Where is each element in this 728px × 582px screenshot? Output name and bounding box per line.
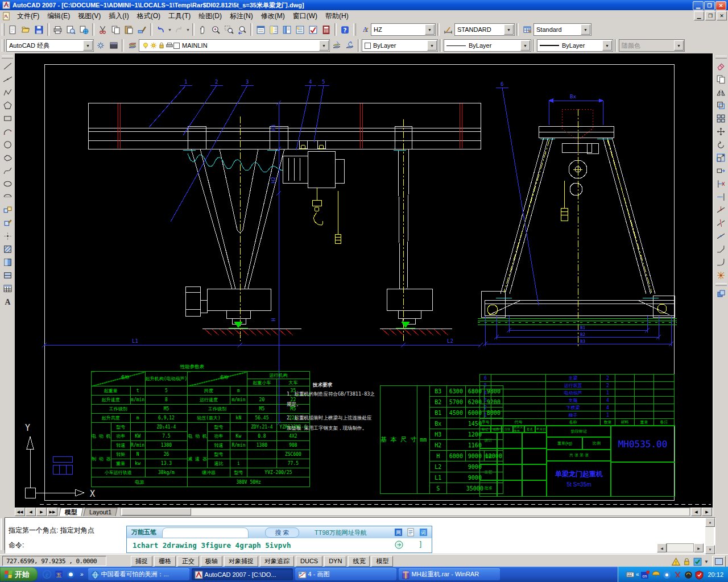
coordinates-readout[interactable]: 727.6599, 97.9235 , 0.0000: [2, 556, 106, 566]
explode-button[interactable]: [714, 269, 727, 282]
redo-button[interactable]: [172, 23, 185, 36]
spline-button[interactable]: [1, 164, 14, 177]
dropdown-arrow-icon[interactable]: ▼: [83, 40, 93, 51]
trim-button[interactable]: [714, 177, 727, 190]
ime-search-button[interactable]: 搜 索: [265, 527, 299, 538]
rotate-button[interactable]: [714, 138, 727, 151]
designcenter-button[interactable]: [267, 23, 280, 36]
doc-restore-button[interactable]: ❐: [705, 11, 715, 20]
arc-button[interactable]: [1, 125, 14, 138]
toolbar-lock-icon[interactable]: [682, 557, 692, 567]
toolbar-grip[interactable]: [715, 283, 727, 286]
workspace-settings-button[interactable]: [94, 39, 107, 52]
layer-properties-button[interactable]: [126, 39, 139, 52]
ime-nav-link[interactable]: TT98万能网址导航: [315, 529, 367, 537]
menu-edit[interactable]: 编辑(E): [43, 10, 74, 22]
break-button[interactable]: [714, 217, 727, 230]
dropdown-arrow-icon[interactable]: ▼: [319, 40, 329, 51]
scroll-up-icon[interactable]: ▲: [705, 518, 715, 527]
polyline-button[interactable]: [1, 86, 14, 99]
prev-tab-button[interactable]: ◀: [26, 508, 36, 516]
circle-button[interactable]: [1, 138, 14, 151]
ime-dict-icon[interactable]: 词: [419, 528, 428, 537]
chamfer-button[interactable]: [714, 243, 727, 256]
undo-button[interactable]: [154, 23, 167, 36]
offset-button[interactable]: [714, 99, 727, 112]
clock[interactable]: 20:12: [708, 571, 723, 578]
polygon-button[interactable]: [1, 99, 14, 112]
restore-button[interactable]: ❐: [704, 1, 715, 10]
dropdown-arrow-icon[interactable]: ▼: [427, 40, 437, 51]
publish-button[interactable]: [77, 23, 90, 36]
toolbar-grip[interactable]: [2, 39, 5, 52]
dim-style-button[interactable]: [441, 23, 454, 36]
scale-button[interactable]: [714, 151, 727, 164]
markup-button[interactable]: [307, 23, 320, 36]
multiline-text-button[interactable]: A: [1, 295, 14, 308]
status-toggle-snap[interactable]: 捕捉: [131, 556, 152, 567]
menu-help[interactable]: 帮助(H): [321, 10, 353, 22]
wubi-input-button[interactable]: 五: [54, 569, 64, 580]
clean-screen-button[interactable]: [712, 556, 726, 567]
tray-ime-cn-icon[interactable]: cn: [640, 570, 650, 579]
plot-preview-button[interactable]: [64, 23, 77, 36]
tab-model[interactable]: 模型: [59, 508, 83, 516]
internet-explorer-button[interactable]: e: [42, 569, 52, 580]
open-button[interactable]: [19, 23, 32, 36]
menu-file[interactable]: 文件(F): [13, 10, 43, 22]
text-style-button[interactable]: A: [358, 23, 371, 36]
scroll-down-icon[interactable]: ▼: [705, 545, 715, 554]
menu-view[interactable]: 视图(V): [74, 10, 105, 22]
ime-candidates[interactable]: 1chart 2drawing 3figure 4graph 5ivpvh: [133, 541, 291, 550]
drawing-area[interactable]: YX: [15, 53, 713, 508]
status-toggle-ducs[interactable]: DUCS: [296, 556, 322, 567]
status-toggle-ortho[interactable]: 正交: [177, 556, 199, 567]
zoom-realtime-button[interactable]: [209, 23, 222, 36]
tool-palettes-button[interactable]: [280, 23, 293, 36]
pan-button[interactable]: [196, 23, 209, 36]
move-button[interactable]: [714, 125, 727, 138]
status-check-icon[interactable]: [693, 557, 702, 567]
status-toggle-grid[interactable]: 栅格: [154, 556, 176, 567]
dropdown-arrow-icon[interactable]: ▼: [504, 24, 514, 35]
title-bar[interactable]: AutoCAD 2007 - [C:\DOCUME~1\ADMINI~1\LOC…: [0, 0, 728, 10]
erase-button[interactable]: [714, 60, 727, 73]
make-block-button[interactable]: [1, 217, 14, 230]
minimize-button[interactable]: ▁: [693, 1, 704, 10]
layer-select[interactable]: MAINLIN▼: [139, 39, 330, 52]
status-toggle-otrack[interactable]: 对象追踪: [260, 556, 294, 567]
ime-web-icon[interactable]: 网: [394, 528, 403, 537]
save-button[interactable]: [32, 23, 46, 36]
scrollbar-thumb[interactable]: [122, 508, 191, 516]
toolbar-grip[interactable]: [2, 23, 5, 36]
point-button[interactable]: [1, 230, 14, 243]
zoom-window-button[interactable]: [222, 23, 235, 36]
table-style-select[interactable]: Standard▼: [533, 23, 592, 36]
menu-draw[interactable]: 绘图(D): [195, 10, 226, 22]
copy-object-button[interactable]: [714, 73, 727, 86]
ellipse-button[interactable]: [1, 177, 14, 190]
menu-insert[interactable]: 插入(I): [105, 10, 133, 22]
rectangle-button[interactable]: [1, 112, 14, 125]
command-vscrollbar[interactable]: ▲ ▼: [705, 518, 714, 552]
text-style-select[interactable]: HZ▼: [371, 23, 436, 36]
hatch-button[interactable]: [1, 243, 14, 256]
linetype-select[interactable]: ByLayer▼: [444, 39, 531, 52]
tray-messenger-tray-icon[interactable]: [662, 570, 671, 579]
cut-button[interactable]: [96, 23, 109, 36]
table-button[interactable]: [1, 282, 14, 295]
annotation-warning-icon[interactable]: !: [671, 557, 681, 567]
break-at-point-button[interactable]: [714, 203, 727, 217]
region-button[interactable]: [1, 269, 14, 282]
match-properties-button[interactable]: [135, 23, 148, 36]
scroll-left-button[interactable]: ◀: [691, 508, 701, 516]
taskbar-task-autocad[interactable]: AutoCAD 2007 - [C:\DO...: [192, 568, 293, 580]
dropdown-arrow-icon[interactable]: ▼: [602, 40, 612, 51]
status-menu-arrow-icon[interactable]: ▼: [704, 559, 709, 564]
dropdown-arrow-icon[interactable]: ▼: [581, 24, 590, 35]
lineweight-select[interactable]: ByLayer▼: [537, 39, 613, 52]
my-workspace-button[interactable]: [107, 39, 120, 52]
tray-keyboard-icon[interactable]: [626, 570, 635, 579]
menu-window[interactable]: 窗口(W): [289, 10, 321, 22]
scroll-right-icon[interactable]: ▶: [694, 543, 704, 552]
